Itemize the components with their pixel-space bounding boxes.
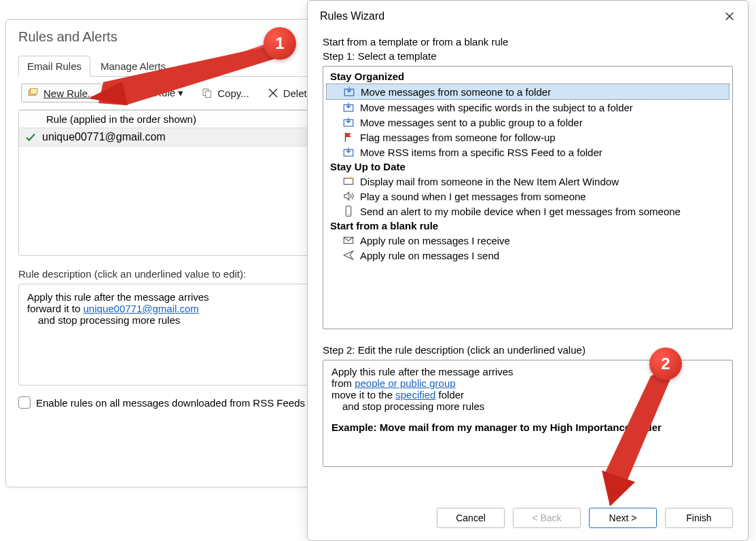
back-button[interactable]: < Back [513,508,581,528]
mail-out-icon [342,249,355,261]
rules-wizard-dialog: Rules Wizard Start from a template or fr… [307,0,749,541]
change-rule-label: Change Rule ▾ [116,87,184,99]
svg-point-16 [348,214,349,216]
wizard-footer: Cancel < Back Next > Finish [308,498,748,540]
template-move-specific-words[interactable]: Move messages with specific words in the… [323,100,732,115]
wizard-titlebar: Rules Wizard [308,1,748,32]
template-label: Play a sound when I get messages from so… [360,191,586,202]
wizard-step1-label: Step 1: Select a template [323,50,733,62]
flag-icon [342,131,355,143]
annotation-badge-2: 2 [649,348,682,380]
wizard-intro: Start from a template or from a blank ru… [323,36,733,48]
template-label: Display mail from someone in the New Ite… [360,176,619,187]
template-play-sound[interactable]: Play a sound when I get messages from so… [323,189,732,204]
svg-rect-1 [31,88,38,94]
template-blank-receive[interactable]: Apply rule on messages I receive [323,233,732,248]
template-label: Move messages sent to a public group to … [360,117,583,128]
close-icon [724,11,735,22]
forward-to-link[interactable]: unique00771@gmail.com [84,303,199,314]
move-folder-icon [342,116,355,128]
tab-manage-alerts[interactable]: Manage Alerts [92,56,175,76]
wizard-descr-line4: and stop processing more rules [342,400,724,412]
template-label: Apply rule on messages I send [360,250,499,261]
close-button[interactable] [721,7,738,25]
copy-rule-button[interactable]: Copy... [197,84,253,102]
template-label: Apply rule on messages I receive [360,235,510,246]
mail-in-icon [342,234,355,246]
rss-checkbox[interactable] [18,396,31,409]
template-label: Flag messages from someone for follow-up [360,132,556,143]
checkmark-icon [24,131,37,143]
finish-button[interactable]: Finish [665,508,733,528]
template-label: Move RSS items from a specific RSS Feed … [360,147,602,158]
template-move-rss[interactable]: Move RSS items from a specific RSS Feed … [323,145,732,160]
cancel-button[interactable]: Cancel [437,508,505,528]
wizard-title: Rules Wizard [320,10,384,22]
next-button[interactable]: Next > [589,508,657,528]
rss-move-icon [342,146,355,158]
template-move-from-someone[interactable]: Move messages from someone to a folder [326,83,730,100]
template-mobile-alert[interactable]: Send an alert to my mobile device when I… [323,204,732,219]
rss-checkbox-label: Enable rules on all messages downloaded … [36,397,305,409]
rule-name: unique00771@gmail.com [42,131,166,143]
alert-mail-icon [342,175,355,187]
template-label: Send an alert to my mobile device when I… [360,206,681,217]
new-rule-label: New Rule... [43,88,96,99]
group-stay-organized: Stay Organized [323,69,732,83]
group-stay-up-to-date: Stay Up to Date [323,160,732,174]
new-rule-icon [27,87,39,99]
delete-x-icon [267,87,279,99]
wizard-descr-line3: move it to the specified folder [331,389,724,400]
new-rule-button[interactable]: New Rule... [21,83,103,102]
template-flag-followup[interactable]: Flag messages from someone for follow-up [323,130,732,145]
group-blank-rule: Start from a blank rule [323,219,732,233]
template-label: Move messages from someone to a folder [361,86,551,98]
move-folder-icon [342,101,355,113]
svg-rect-3 [206,91,211,98]
copy-rule-label: Copy... [217,88,249,99]
template-label: Move messages with specific words in the… [360,102,633,113]
template-move-public-group[interactable]: Move messages sent to a public group to … [323,115,732,130]
copy-icon [201,87,213,99]
wizard-descr-example: Example: Move mail from my manager to my… [331,422,724,433]
people-or-group-link[interactable]: people or public group [355,377,455,389]
svg-marker-14 [350,176,354,180]
specified-folder-link[interactable]: specified [395,389,435,400]
tab-email-rules[interactable]: Email Rules [18,56,90,77]
mobile-icon [342,205,355,217]
template-display-alert[interactable]: Display mail from someone in the New Ite… [323,174,732,189]
change-rule-button[interactable]: Change Rule ▾ [112,84,188,102]
move-folder-icon [343,86,355,98]
sound-icon [342,190,355,202]
template-blank-send[interactable]: Apply rule on messages I send [323,248,732,263]
annotation-badge-1: 1 [264,27,296,60]
template-list[interactable]: Stay Organized Move messages from someon… [323,66,733,329]
